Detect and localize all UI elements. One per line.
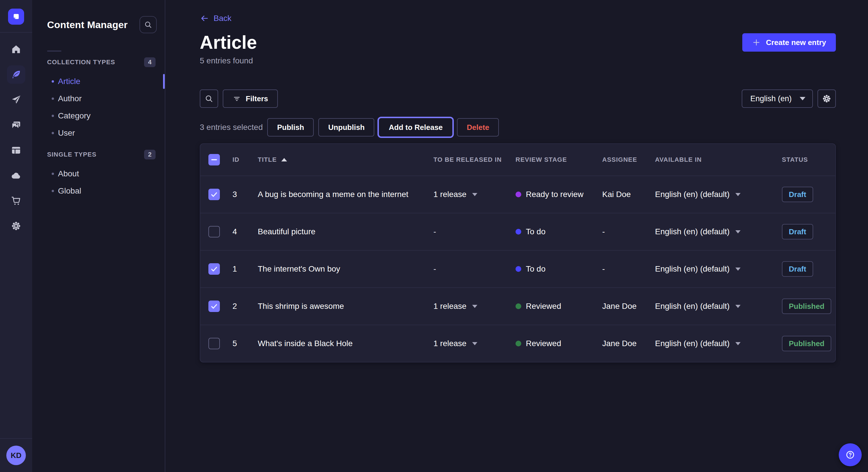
create-entry-button[interactable]: Create new entry bbox=[742, 33, 836, 52]
row-id: 1 bbox=[232, 264, 258, 274]
row-available-in: English (en) (default) bbox=[655, 227, 782, 236]
row-checkbox[interactable] bbox=[208, 226, 220, 237]
table-row[interactable]: 2This shrimp is awesome1 releaseReviewed… bbox=[200, 287, 835, 325]
status-badge: Published bbox=[782, 299, 831, 314]
app-window: KD Content Manager COLLECTION TYPES4Arti… bbox=[0, 0, 868, 472]
unpublish-button[interactable]: Unpublish bbox=[318, 118, 374, 136]
settings-button[interactable] bbox=[817, 90, 836, 108]
gear-icon[interactable] bbox=[7, 217, 25, 235]
cloud-icon[interactable] bbox=[7, 166, 25, 185]
toolbar: Filters English (en) bbox=[200, 90, 836, 108]
table-row[interactable]: 5What's inside a Black Hole1 releaseRevi… bbox=[200, 325, 835, 362]
table-row[interactable]: 4Beautiful picture-To do-English (en) (d… bbox=[200, 213, 835, 250]
sidebar-item-global[interactable]: Global bbox=[32, 182, 165, 200]
release-dropdown[interactable]: 1 release bbox=[433, 302, 477, 311]
row-title: The internet's Own boy bbox=[258, 264, 433, 274]
cart-icon[interactable] bbox=[7, 192, 25, 210]
table-row[interactable]: 1The internet's Own boy-To do-English (e… bbox=[200, 250, 835, 287]
row-review-stage: To do bbox=[516, 264, 602, 274]
locale-select[interactable]: English (en) bbox=[742, 90, 813, 108]
strapi-logo-icon[interactable] bbox=[8, 9, 24, 25]
sidebar-item-user[interactable]: User bbox=[32, 125, 165, 142]
row-assignee: - bbox=[602, 227, 655, 236]
chevron-down-icon bbox=[735, 268, 741, 271]
status-badge: Draft bbox=[782, 224, 813, 239]
home-icon[interactable] bbox=[7, 40, 25, 59]
sidebar-item-article[interactable]: Article bbox=[32, 73, 165, 90]
stage-label: Reviewed bbox=[526, 339, 561, 348]
table-row[interactable]: 3A bug is becoming a meme on the interne… bbox=[200, 175, 835, 213]
row-checkbox[interactable] bbox=[208, 189, 220, 200]
section-header: SINGLE TYPES2 bbox=[32, 150, 165, 160]
avatar[interactable]: KD bbox=[6, 446, 26, 465]
chevron-down-icon bbox=[735, 342, 741, 345]
bullet-icon bbox=[52, 190, 54, 192]
row-checkbox[interactable] bbox=[208, 301, 220, 312]
table-header: ID TITLE TO BE RELEASED IN REVIEW STAGE … bbox=[200, 144, 835, 175]
status-badge: Draft bbox=[782, 261, 813, 277]
sidebar-item-about[interactable]: About bbox=[32, 165, 165, 182]
row-status-cell: Published bbox=[782, 299, 835, 314]
layout-icon[interactable] bbox=[7, 141, 25, 160]
stage-dot-icon bbox=[516, 192, 521, 197]
locale-dropdown[interactable]: English (en) (default) bbox=[655, 302, 741, 311]
release-dropdown[interactable]: 1 release bbox=[433, 339, 477, 348]
locale-dropdown[interactable]: English (en) (default) bbox=[655, 339, 741, 348]
delete-button[interactable]: Delete bbox=[457, 118, 499, 136]
column-header-title[interactable]: TITLE bbox=[258, 156, 433, 164]
filter-icon bbox=[232, 94, 241, 103]
section-label: COLLECTION TYPES bbox=[47, 59, 115, 66]
locale-dropdown[interactable]: English (en) (default) bbox=[655, 227, 741, 236]
back-link[interactable]: Back bbox=[200, 14, 231, 23]
help-button[interactable] bbox=[839, 443, 862, 466]
add-to-release-button[interactable]: Add to Release bbox=[379, 118, 453, 136]
column-header-id[interactable]: ID bbox=[232, 156, 258, 164]
selected-count: 3 entries selected bbox=[200, 123, 262, 132]
row-status-cell: Published bbox=[782, 336, 835, 351]
sidebar-item-category[interactable]: Category bbox=[32, 107, 165, 125]
column-header-status: STATUS bbox=[782, 156, 835, 164]
chevron-down-icon bbox=[472, 193, 477, 196]
sidebar-item-label: Global bbox=[58, 187, 81, 196]
release-dropdown[interactable]: 1 release bbox=[433, 190, 477, 199]
check-icon bbox=[210, 265, 218, 273]
row-checkbox[interactable] bbox=[208, 338, 220, 349]
row-checkbox[interactable] bbox=[208, 263, 220, 275]
stage-label: Reviewed bbox=[526, 302, 561, 311]
row-available-in: English (en) (default) bbox=[655, 190, 782, 199]
column-header-review-stage: REVIEW STAGE bbox=[516, 156, 602, 164]
subnav-search-button[interactable] bbox=[140, 16, 157, 33]
paper-plane-icon[interactable] bbox=[7, 91, 25, 109]
sidebar-item-label: About bbox=[58, 169, 79, 178]
filters-button[interactable]: Filters bbox=[223, 90, 278, 108]
bullet-icon bbox=[52, 80, 54, 82]
sidebar-item-label: Author bbox=[58, 94, 82, 103]
selection-bar: 3 entries selected Publish Unpublish Add… bbox=[200, 118, 836, 136]
sidebar-item-label: Article bbox=[58, 77, 81, 86]
row-release-cell: - bbox=[433, 264, 516, 274]
sidebar-item-author[interactable]: Author bbox=[32, 90, 165, 107]
row-id: 4 bbox=[232, 227, 258, 236]
publish-button[interactable]: Publish bbox=[267, 118, 314, 136]
search-icon bbox=[144, 20, 153, 29]
release-label: 1 release bbox=[433, 190, 466, 199]
subnav-divider bbox=[47, 50, 61, 52]
release-empty: - bbox=[433, 264, 436, 274]
locale-dropdown[interactable]: English (en) (default) bbox=[655, 264, 741, 274]
feather-content-icon[interactable] bbox=[7, 65, 25, 84]
entries-count: 5 entries found bbox=[200, 56, 836, 65]
select-all-checkbox[interactable] bbox=[208, 154, 220, 165]
rail-footer: KD bbox=[0, 438, 32, 472]
locale-dropdown[interactable]: English (en) (default) bbox=[655, 190, 741, 199]
column-header-release: TO BE RELEASED IN bbox=[433, 156, 516, 164]
row-title: A bug is becoming a meme on the internet bbox=[258, 190, 433, 199]
nav-rail: KD bbox=[0, 0, 32, 472]
images-icon[interactable] bbox=[7, 116, 25, 134]
stage-dot-icon bbox=[516, 341, 521, 346]
release-label: 1 release bbox=[433, 302, 466, 311]
title-row: Article Create new entry bbox=[200, 31, 836, 54]
chevron-down-icon bbox=[735, 193, 741, 196]
row-available-in: English (en) (default) bbox=[655, 264, 782, 274]
chevron-down-icon bbox=[735, 305, 741, 308]
search-button[interactable] bbox=[200, 90, 218, 108]
